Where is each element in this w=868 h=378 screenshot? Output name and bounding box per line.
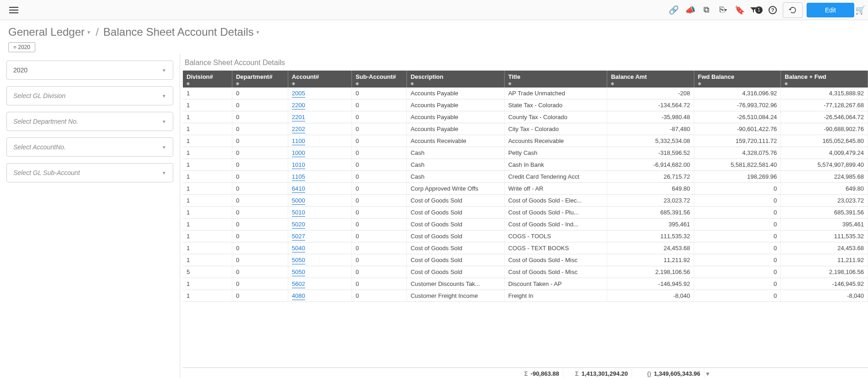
filter-count-badge: 1: [755, 6, 763, 14]
account-link[interactable]: 1100: [292, 137, 305, 145]
announce-icon[interactable]: 📣: [682, 2, 698, 18]
year-dropdown[interactable]: 2020▼: [6, 60, 173, 80]
subaccount-dropdown[interactable]: Select GL Sub-Account▼: [6, 163, 173, 182]
account-link[interactable]: 2005: [292, 90, 305, 98]
svg-text:?: ?: [771, 7, 775, 13]
division-dropdown[interactable]: Select GL Division▼: [6, 86, 173, 105]
account-link[interactable]: 5040: [292, 245, 305, 252]
copy-icon[interactable]: ⧉: [698, 2, 715, 18]
account-link[interactable]: 5020: [292, 221, 305, 229]
table-row[interactable]: 1022020Accounts PayableCity Tax - Colora…: [183, 123, 868, 135]
breadcrumb-bar: General Ledger▼ / Balance Sheet Account …: [0, 20, 868, 54]
help-icon[interactable]: ?: [764, 2, 781, 18]
table-row[interactable]: 1050100Cost of Goods SoldCost of Goods S…: [183, 207, 868, 219]
summary-balance: -90,863.88: [531, 370, 559, 377]
account-link[interactable]: 5000: [292, 197, 305, 205]
table-row[interactable]: 1050270Cost of Goods SoldCOGS - TOOLS111…: [183, 230, 868, 242]
table-row[interactable]: 1064100Corp Approved Write OffsWrite off…: [183, 183, 868, 195]
table-row[interactable]: 1022000Accounts PayableState Tax - Color…: [183, 99, 868, 111]
table-scroll[interactable]: Division#◆Department#◆Account#◆Sub-Accou…: [183, 71, 868, 367]
column-header[interactable]: Description◆: [407, 71, 504, 88]
refresh-button[interactable]: [783, 2, 803, 18]
table-row[interactable]: 1010100CashCash In Bank-6,914,682.005,58…: [183, 159, 868, 171]
breadcrumb-separator: /: [96, 26, 99, 38]
account-link[interactable]: 6410: [292, 185, 305, 193]
account-link[interactable]: 2202: [292, 126, 305, 133]
account-link[interactable]: 1000: [292, 149, 305, 157]
breadcrumb-ledger[interactable]: General Ledger▼: [8, 26, 91, 38]
column-header[interactable]: Sub-Account#◆: [352, 71, 407, 88]
hamburger-menu-icon[interactable]: [7, 4, 20, 16]
table-row[interactable]: 1022010Accounts PayableCounty Tax - Colo…: [183, 111, 868, 123]
sigma-icon: Σ: [572, 370, 582, 377]
column-header[interactable]: Title◆: [504, 71, 607, 88]
column-header[interactable]: Division#◆: [183, 71, 232, 88]
table-row[interactable]: 1050400Cost of Goods SoldCOGS - TEXT BOO…: [183, 242, 868, 254]
braces-icon: {}: [644, 370, 654, 377]
topbar: 🔗 📣 ⧉ ⎘▾ 🔖 1 ? Edit 🛒: [0, 0, 868, 20]
account-link[interactable]: 5050: [292, 257, 305, 264]
account-link[interactable]: 5602: [292, 280, 305, 288]
table-row[interactable]: 1050500Cost of Goods SoldCost of Goods S…: [183, 254, 868, 266]
column-header[interactable]: Account#◆: [288, 71, 352, 88]
main-area: 2020▼ Select GL Division▼ Select Departm…: [0, 54, 868, 378]
summary-fwd: 1,413,301,294.20: [582, 370, 628, 377]
breadcrumb: General Ledger▼ / Balance Sheet Account …: [8, 26, 860, 38]
sigma-icon: Σ: [522, 370, 531, 377]
link-icon[interactable]: 🔗: [665, 2, 682, 18]
account-link[interactable]: 1010: [292, 161, 305, 169]
report-area: Balance Sheet Account Details Division#◆…: [180, 54, 868, 378]
column-header[interactable]: Balance + Fwd◆: [781, 71, 868, 88]
table-row[interactable]: 1010000CashPetty Cash-318,596.524,328,07…: [183, 147, 868, 159]
account-dropdown[interactable]: Select AccountNo.▼: [6, 137, 173, 157]
expand-down-icon[interactable]: ▾: [704, 370, 711, 377]
table-row[interactable]: 5050500Cost of Goods SoldCost of Goods S…: [183, 266, 868, 278]
account-link[interactable]: 4080: [292, 292, 305, 300]
table-row[interactable]: 1050200Cost of Goods SoldCost of Goods S…: [183, 219, 868, 230]
report-title: Balance Sheet Account Details: [183, 57, 868, 71]
summary-row: Σ-90,863.88 Σ1,413,301,294.20 {}1,349,60…: [183, 367, 868, 378]
report-table: Division#◆Department#◆Account#◆Sub-Accou…: [183, 71, 868, 302]
account-link[interactable]: 5010: [292, 209, 305, 217]
table-row[interactable]: 1050000Cost of Goods SoldCost of Goods S…: [183, 195, 868, 207]
table-row[interactable]: 1040800Customer Freight IncomeFreight In…: [183, 290, 868, 302]
export-icon[interactable]: ⎘▾: [715, 2, 731, 18]
account-link[interactable]: 1105: [292, 173, 305, 181]
table-row[interactable]: 1020050Accounts PayableAP Trade Unmatche…: [183, 88, 868, 99]
account-link[interactable]: 2200: [292, 102, 305, 110]
cart-icon[interactable]: 🛒: [856, 2, 864, 18]
bookmark-icon[interactable]: 🔖: [731, 2, 748, 18]
column-header[interactable]: Department#◆: [232, 71, 288, 88]
column-header[interactable]: Balance Amt◆: [607, 71, 694, 88]
breadcrumb-report[interactable]: Balance Sheet Account Details▼: [103, 26, 260, 38]
table-row[interactable]: 1011000Accounts ReceivableAccounts Recei…: [183, 135, 868, 147]
year-filter-chip[interactable]: = 2020: [8, 42, 35, 52]
edit-button[interactable]: Edit: [807, 3, 854, 17]
table-row[interactable]: 1011050CashCredit Card Tendering Acct26,…: [183, 171, 868, 183]
account-link[interactable]: 5027: [292, 233, 305, 241]
filter-icon[interactable]: 1: [748, 2, 764, 18]
filter-sidebar: 2020▼ Select GL Division▼ Select Departm…: [0, 54, 180, 378]
table-row[interactable]: 1056020Customer Discounts Tak...Discount…: [183, 278, 868, 290]
column-header[interactable]: Fwd Balance◆: [694, 71, 781, 88]
account-link[interactable]: 5050: [292, 268, 305, 276]
account-link[interactable]: 2201: [292, 114, 305, 121]
summary-bfwd: 1,349,605,343.96: [654, 370, 700, 377]
department-dropdown[interactable]: Select Department No.▼: [6, 112, 173, 131]
